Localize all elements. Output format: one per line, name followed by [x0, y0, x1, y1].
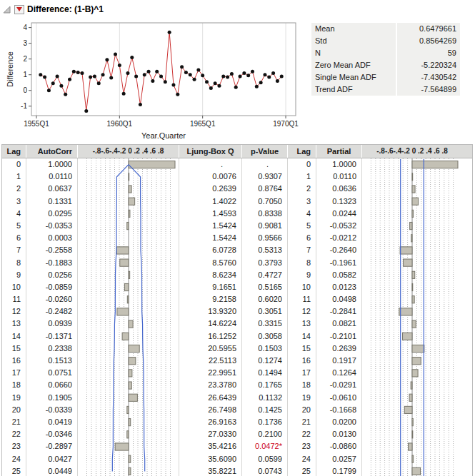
lag2-cell: 11	[288, 293, 316, 305]
stat-label: Single Mean ADF	[311, 71, 396, 83]
stats-row: Trend ADF-7.564899	[311, 83, 460, 96]
lag-cell: 5	[2, 220, 26, 232]
lag-cell: 0	[2, 158, 26, 171]
partial-cell: 0.0200	[316, 416, 361, 428]
partial-cell: -0.2841	[316, 305, 361, 318]
stats-row: Mean0.6479661	[311, 23, 460, 35]
partial-cell: 0.0498	[316, 293, 361, 305]
autocorr-cell: -0.0339	[26, 404, 77, 416]
autocorr-cell: 0.0637	[26, 183, 77, 195]
lag-cell: 9	[2, 269, 26, 281]
ljung-box-cell: 16.1252	[179, 330, 241, 343]
lag-cell: 10	[2, 281, 26, 293]
partial-cell: 0.1799	[316, 465, 361, 476]
p-value-cell: 0.0472*	[242, 440, 287, 452]
ljung-box-cell: 26.7498	[179, 404, 241, 416]
autocorr-cell: 0.0939	[26, 318, 77, 330]
partial-cell: 0.1917	[316, 355, 361, 367]
partial-cell: 0.1264	[316, 367, 361, 379]
ljung-box-cell: 35.4216	[179, 440, 241, 452]
partial-cell: -0.0532	[316, 220, 361, 232]
partial-cell: -0.0212	[316, 232, 361, 244]
p-value-cell: 0.0743	[242, 465, 287, 476]
ljung-box-cell: 1.4022	[179, 196, 241, 208]
svg-text:1970Q1: 1970Q1	[273, 120, 299, 128]
column-header-acf-axis: -.8-.6-.4-.2 0 .2 .4 .6 .8	[78, 145, 179, 158]
partial-cell: 0.0582	[316, 269, 361, 281]
ljung-box-cell: 35.6090	[179, 453, 241, 465]
lag2-cell: 15	[288, 343, 316, 355]
p-value-cell: 0.1736	[242, 416, 287, 428]
column-header-ljung-box: Ljung-Box Q	[179, 145, 242, 158]
lag2-cell: 1	[288, 171, 316, 183]
partial-cell: -0.0610	[316, 392, 361, 404]
svg-text:0: 0	[23, 86, 27, 94]
lag-cell: 13	[2, 318, 26, 330]
svg-text:1: 1	[23, 71, 27, 79]
stat-value: -7.430542	[397, 71, 460, 83]
stats-row: Zero Mean ADF-5.220324	[311, 59, 460, 71]
p-value-cell: 0.1503	[242, 343, 287, 355]
partial-cell: -0.0860	[316, 440, 361, 452]
lag-cell: 3	[2, 196, 26, 208]
lag-cell: 18	[2, 379, 26, 391]
lag2-cell: 22	[288, 428, 316, 440]
partial-cell: -0.2640	[316, 244, 361, 256]
lag2-cell: 10	[288, 281, 316, 293]
lag2-cell: 19	[288, 392, 316, 404]
column-header-autocorr: AutoCorr	[26, 145, 78, 158]
lag-cell: 1	[2, 171, 26, 183]
lag2-cell: 18	[288, 379, 316, 391]
autocorr-cell: -0.0859	[26, 281, 77, 293]
lag2-cell: 14	[288, 330, 316, 343]
p-value-cell: .	[242, 158, 287, 171]
svg-text:2: 2	[23, 55, 27, 63]
p-value-cell: 0.6020	[242, 293, 287, 305]
p-value-cell: 0.3315	[242, 318, 287, 330]
acf-bar-chart	[78, 158, 179, 476]
lag2-cell: 9	[288, 269, 316, 281]
lag2-cell: 24	[288, 453, 316, 465]
red-triangle-menu-icon[interactable]	[14, 5, 24, 14]
lag-cell: 16	[2, 355, 26, 367]
p-value-cell: 0.9566	[242, 232, 287, 244]
time-series-chart: -1012341955Q11960Q11965Q11970Q1Differenc…	[4, 17, 304, 143]
lag-cell: 11	[2, 293, 26, 305]
ljung-box-cell: 1.4593	[179, 208, 241, 220]
p-value-column: .0.93070.87640.70500.83380.90810.95660.5…	[242, 158, 288, 476]
p-value-cell: 0.0599	[242, 453, 287, 465]
stat-label: N	[311, 47, 396, 59]
autocorr-column: 1.00000.01100.06370.13310.0295-0.03530.0…	[26, 158, 78, 476]
ljung-box-column: .0.00760.26391.40221.45931.54241.54246.0…	[179, 158, 242, 476]
autocorr-cell: -0.0260	[26, 293, 77, 305]
partial-cell: -0.0291	[316, 379, 361, 391]
partial-cell: 1.0000	[316, 158, 361, 171]
stat-label: Trend ADF	[311, 83, 396, 96]
partial-cell: -0.1961	[316, 257, 361, 269]
lag-column: 0123456789101112131415161718192021222324…	[2, 158, 26, 476]
ljung-box-cell: 8.6234	[179, 269, 241, 281]
table-header-row: Lag AutoCorr -.8-.6-.4-.2 0 .2 .4 .6 .8 …	[2, 145, 472, 158]
lag-cell: 15	[2, 343, 26, 355]
partial-cell: 0.0244	[316, 208, 361, 220]
p-value-cell: 0.1425	[242, 404, 287, 416]
autocorr-cell: 0.0419	[26, 416, 77, 428]
autocorr-cell: 0.0427	[26, 453, 77, 465]
lag-cell: 23	[2, 440, 26, 452]
ljung-box-cell: 0.2639	[179, 183, 241, 195]
svg-text:1965Q1: 1965Q1	[190, 120, 216, 128]
autocorr-cell: 0.0256	[26, 269, 77, 281]
partial-cell: 0.0636	[316, 183, 361, 195]
pacf-bar-chart	[362, 158, 462, 476]
lag2-cell: 6	[288, 232, 316, 244]
lag-cell: 25	[2, 465, 26, 476]
disclosure-triangle-icon[interactable]	[2, 5, 11, 14]
autocorr-cell: -0.0353	[26, 220, 77, 232]
lag-cell: 19	[2, 392, 26, 404]
column-header-partial: Partial	[316, 145, 362, 158]
lag-cell: 6	[2, 232, 26, 244]
ljung-box-cell: 0.0076	[179, 171, 241, 183]
lag-cell: 14	[2, 330, 26, 343]
autocorr-cell: 0.0751	[26, 367, 77, 379]
lag-cell: 22	[2, 428, 26, 440]
